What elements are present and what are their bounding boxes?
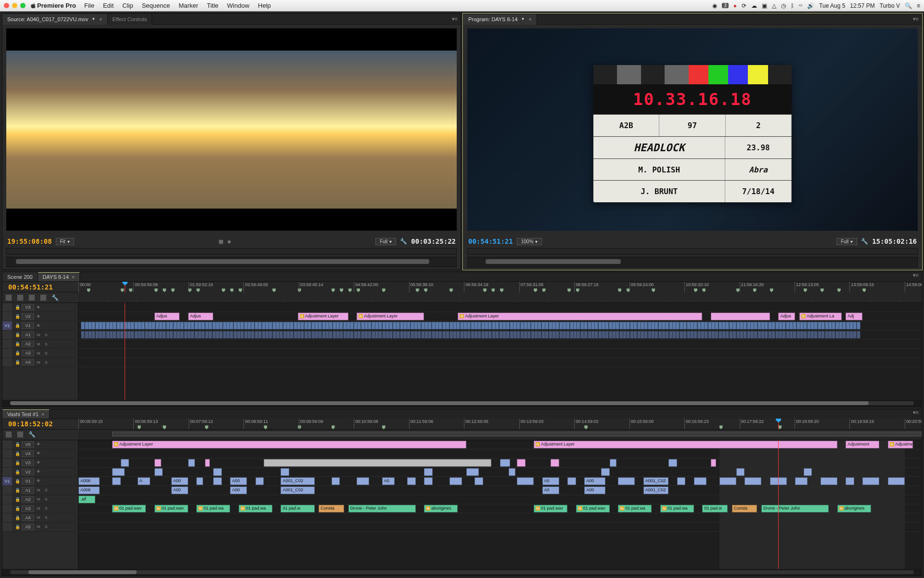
mute-icon[interactable]: M — [35, 497, 42, 501]
dropbox-icon[interactable]: ▣ — [762, 2, 767, 9]
source-patch[interactable] — [2, 312, 12, 321]
menubar-time[interactable]: 12:57 PM — [850, 2, 874, 9]
timeline-clip[interactable] — [771, 322, 775, 329]
sequence-marker[interactable] — [719, 425, 723, 429]
timeline-clip[interactable] — [120, 331, 124, 339]
timeline-clip[interactable] — [208, 331, 212, 339]
lock-icon[interactable]: 🔒 — [14, 451, 21, 456]
timeline-clip[interactable]: fx01 pad.wav — [576, 505, 610, 512]
timeline-clip[interactable]: A001_C02 — [643, 486, 669, 494]
timeline-clip[interactable]: fxAdjustment La — [799, 313, 842, 320]
timeline-clip[interactable] — [517, 477, 534, 485]
timeline-clip[interactable] — [857, 322, 860, 329]
track-name[interactable]: V2 — [22, 313, 34, 320]
timeline-track[interactable] — [78, 321, 922, 330]
clock-icon[interactable]: ◷ — [781, 2, 786, 9]
solo-icon[interactable]: S — [43, 497, 50, 501]
timeline-clip[interactable] — [475, 477, 483, 485]
mute-icon[interactable]: M — [35, 333, 42, 337]
timeline-clip[interactable]: fxAdjustment Layer — [357, 313, 424, 320]
timeline-clip[interactable]: A00 — [171, 486, 188, 494]
panel-menu-icon[interactable]: ▾≡ — [910, 16, 922, 22]
lock-icon[interactable]: 🔒 — [14, 497, 21, 502]
close-icon[interactable]: × — [528, 16, 531, 22]
timeline-clip[interactable] — [154, 468, 163, 476]
timeline-ruler[interactable]: 00:05:59:1500:06:59:1300:07:59:1200:08:5… — [78, 419, 922, 429]
zoom-window-icon[interactable] — [20, 3, 26, 8]
timeline-clip[interactable]: fx01 pad.wav — [154, 505, 188, 512]
timeline-clip[interactable]: Consta — [732, 505, 757, 512]
close-icon[interactable]: × — [99, 16, 102, 22]
timeline-track[interactable]: A006A00A00A001_C02A0A00A001_C02 — [78, 486, 922, 495]
timeline-track[interactable] — [78, 523, 922, 532]
timeline-clip[interactable]: fxAdjustment Layer — [112, 441, 466, 448]
effect-controls-tab[interactable]: Effect Controls — [108, 14, 153, 25]
timeline-clip[interactable] — [308, 322, 311, 329]
minimize-window-icon[interactable] — [12, 3, 17, 8]
timeline-clip[interactable]: fxAdjustment Layer — [458, 313, 702, 320]
timeline-clip[interactable]: A — [138, 477, 150, 485]
track-name[interactable]: A5 — [22, 524, 34, 530]
solo-icon[interactable]: S — [43, 351, 50, 355]
source-video-viewport[interactable] — [6, 28, 457, 231]
chevron-down-icon[interactable]: ▼ — [521, 17, 525, 21]
menu-sequence[interactable]: Sequence — [138, 2, 175, 9]
source-patch[interactable] — [2, 504, 12, 513]
menubar-status-icon[interactable]: ◉ — [712, 2, 717, 9]
toggle-output-icon[interactable]: 👁 — [35, 479, 42, 483]
solo-icon[interactable]: S — [43, 360, 50, 365]
timeline-clip[interactable] — [120, 322, 124, 329]
notification-badge[interactable]: 3 — [722, 3, 729, 8]
timeline-clip[interactable] — [264, 459, 491, 467]
panel-menu-icon[interactable]: ▾≡ — [910, 409, 922, 419]
timeline-clip[interactable] — [121, 459, 129, 467]
timeline-clip[interactable] — [424, 477, 433, 485]
timeline-clip[interactable] — [821, 322, 825, 329]
sequence-marker[interactable] — [778, 425, 782, 429]
timeline-clip[interactable]: fx01 pad.wav — [534, 505, 567, 512]
menu-edit[interactable]: Edit — [99, 2, 118, 9]
lock-icon[interactable]: 🔒 — [14, 470, 21, 474]
program-time-ruler[interactable] — [467, 248, 918, 255]
timeline-clip[interactable] — [618, 477, 635, 485]
timeline-clip[interactable] — [668, 459, 677, 467]
timeline-clip[interactable]: A00 — [584, 486, 605, 494]
timeline-clip[interactable] — [633, 331, 637, 339]
timeline-clip[interactable]: 01 pad.w — [702, 505, 728, 512]
timeline-clip[interactable]: A001_C02 — [643, 477, 669, 485]
sequence-marker[interactable] — [222, 289, 225, 292]
mute-icon[interactable]: M — [35, 506, 42, 511]
timeline-clip[interactable]: fxAdjustment Layer — [534, 441, 837, 448]
timeline-clip[interactable] — [495, 331, 499, 339]
wrench-icon[interactable]: 🔧 — [400, 238, 407, 245]
mute-icon[interactable]: M — [35, 488, 42, 492]
linked-selection-icon[interactable] — [28, 294, 35, 301]
sequence-marker[interactable] — [736, 289, 740, 292]
menu-title[interactable]: Title — [203, 2, 223, 9]
snap-tool-icon[interactable] — [17, 294, 24, 301]
timeline-clip[interactable] — [862, 477, 879, 485]
timeline-clip[interactable] — [112, 468, 125, 476]
solo-icon[interactable]: S — [43, 342, 50, 346]
snap-tool-icon[interactable] — [17, 431, 24, 438]
source-patch[interactable] — [2, 513, 12, 522]
lock-icon[interactable]: 🔒 — [14, 360, 21, 365]
toggle-output-icon[interactable]: 👁 — [35, 324, 42, 328]
source-patch[interactable] — [2, 495, 12, 504]
timeline-clip[interactable]: A0 — [542, 477, 559, 485]
solo-icon[interactable]: S — [43, 333, 50, 337]
toggle-output-icon[interactable]: 👁 — [35, 442, 42, 447]
track-name[interactable]: A2 — [22, 496, 34, 503]
source-patch[interactable] — [2, 358, 12, 367]
source-duration-timecode[interactable]: 00:03:25:22 — [411, 237, 456, 245]
timeline-clip[interactable] — [795, 477, 808, 485]
sequence-marker[interactable] — [332, 289, 335, 292]
timeline-clip[interactable] — [281, 468, 289, 476]
timeline-clip[interactable] — [584, 322, 588, 329]
timeline-clip[interactable]: A00 — [230, 477, 247, 485]
timeline-clip[interactable] — [407, 477, 416, 485]
mute-icon[interactable]: M — [35, 525, 42, 529]
sequence-marker[interactable] — [171, 289, 175, 292]
toggle-output-icon[interactable]: 👁 — [35, 451, 42, 456]
timeline-track[interactable]: AdjusAdjusfxAdjustment LayerfxAdjustment… — [78, 312, 922, 321]
